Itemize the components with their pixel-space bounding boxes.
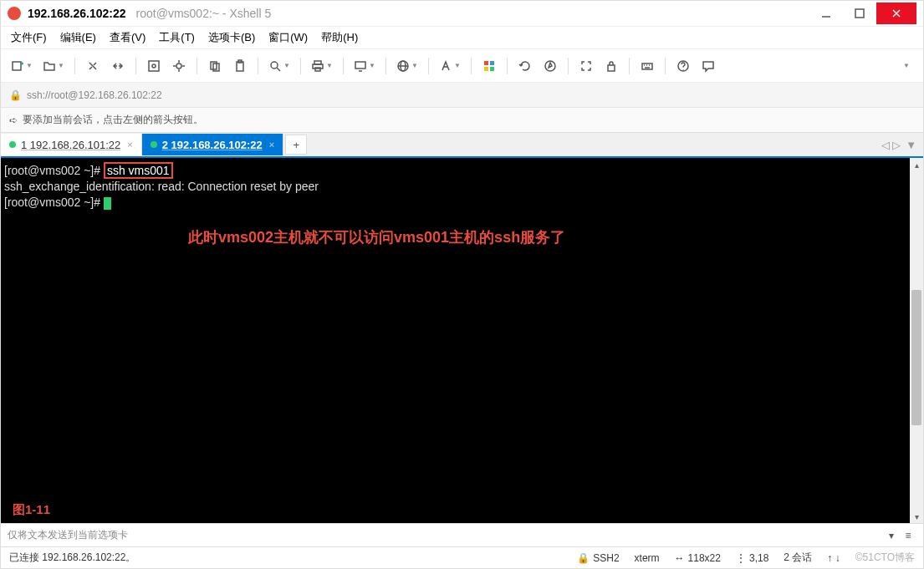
title-session: root@vms002:~ - Xshell 5 <box>136 7 272 20</box>
svg-rect-26 <box>484 67 488 71</box>
font-icon[interactable]: ▼ <box>436 55 464 77</box>
compass-icon[interactable] <box>539 55 561 77</box>
disconnect-icon[interactable] <box>107 55 129 77</box>
cursor-icon <box>104 197 111 210</box>
scroll-down-icon[interactable]: ▾ <box>910 510 923 523</box>
term-line2: ssh_exchange_identification: read: Conne… <box>4 179 906 195</box>
tab-add-button[interactable]: + <box>285 135 307 155</box>
maximize-button[interactable] <box>843 3 876 23</box>
app-window: 192.168.26.102:22 root@vms002:~ - Xshell… <box>0 0 924 569</box>
copy-icon[interactable] <box>204 55 226 77</box>
titlebar: 192.168.26.102:22 root@vms002:~ - Xshell… <box>1 1 923 26</box>
svg-rect-7 <box>149 61 159 71</box>
scroll-thumb[interactable] <box>911 290 921 425</box>
annotation-text: 此时vms002主机就不可以访问vms001主机的ssh服务了 <box>4 211 906 247</box>
terminal-wrap: [root@vms002 ~]# ssh vms001 ssh_exchange… <box>1 158 923 523</box>
status-proto: 🔒 SSH2 <box>577 552 619 564</box>
send-input[interactable]: 仅将文本发送到当前选项卡 <box>8 528 883 542</box>
color-icon[interactable] <box>478 55 500 77</box>
tab1-close-icon[interactable]: × <box>127 140 132 150</box>
svg-rect-30 <box>642 64 652 69</box>
status-size: ↔ 118x22 <box>675 552 721 564</box>
watermark: ©51CTO博客 <box>855 551 915 565</box>
tab1-label: 192.168.26.101:22 <box>30 139 120 151</box>
status-term: xterm <box>635 552 660 564</box>
term-line1-prompt: [root@vms002 ~]# <box>4 164 104 177</box>
menu-edit[interactable]: 编辑(E) <box>54 27 103 48</box>
scroll-up-icon[interactable]: ▴ <box>910 158 923 171</box>
svg-rect-24 <box>484 61 488 65</box>
svg-rect-19 <box>355 62 365 69</box>
tab2-close-icon[interactable]: × <box>269 140 274 150</box>
settings-icon[interactable] <box>168 55 190 77</box>
status-pos: ⋮ 3,18 <box>736 552 768 564</box>
input-menu-icon[interactable]: ≡ <box>900 530 916 541</box>
tab-nav-icon[interactable]: ◁ ▷ <box>881 139 901 151</box>
term-line1-cmd: ssh vms001 <box>104 162 173 179</box>
tabbar: 1 192.168.26.101:22 × 2 192.168.26.102:2… <box>1 133 923 158</box>
tab2-label: 192.168.26.102:22 <box>171 139 263 151</box>
status-connected: 已连接 192.168.26.102:22。 <box>9 551 135 565</box>
svg-rect-25 <box>490 61 494 65</box>
session-tab-1[interactable]: 1 192.168.26.101:22 × <box>1 134 142 155</box>
title-host: 192.168.26.102:22 <box>28 7 126 20</box>
svg-line-15 <box>277 68 280 71</box>
addressbar[interactable]: 🔒 ssh://root@192.168.26.102:22 <box>1 83 923 108</box>
svg-rect-1 <box>855 9 864 18</box>
tip-arrow-icon[interactable]: ➪ <box>9 114 18 126</box>
figure-label: 图1-11 <box>13 501 50 518</box>
lock-icon[interactable] <box>600 55 622 77</box>
inputbar: 仅将文本发送到当前选项卡 ▾ ≡ <box>1 523 923 546</box>
svg-point-8 <box>152 64 156 68</box>
status-sessions: 2 会话 <box>784 551 812 565</box>
scroll-track[interactable] <box>910 171 923 510</box>
terminal[interactable]: [root@vms002 ~]# ssh vms001 ssh_exchange… <box>1 158 910 523</box>
tab1-status-dot-icon <box>9 141 16 148</box>
menu-file[interactable]: 文件(F) <box>4 27 54 48</box>
menu-view[interactable]: 查看(V) <box>103 27 152 48</box>
find-icon[interactable]: ▼ <box>265 55 294 77</box>
screen-icon[interactable]: ▼ <box>350 55 379 77</box>
app-icon <box>8 7 21 20</box>
input-dropdown-icon[interactable]: ▾ <box>883 530 900 541</box>
menubar: 文件(F) 编辑(E) 查看(V) 工具(T) 选项卡(B) 窗口(W) 帮助(… <box>1 26 923 49</box>
paste-icon[interactable] <box>229 55 251 77</box>
session-tab-2[interactable]: 2 192.168.26.102:22 × <box>142 134 283 155</box>
toolbar: ▼ ▼ ▼ ▼ ▼ ▼ ▼ ▼ <box>1 49 923 83</box>
close-button[interactable] <box>876 3 916 24</box>
new-session-icon[interactable]: ▼ <box>8 55 36 77</box>
keyboard-icon[interactable] <box>636 55 658 77</box>
svg-rect-4 <box>13 62 21 70</box>
address-url: ssh://root@192.168.26.102:22 <box>27 89 162 101</box>
tipbar: ➪ 要添加当前会话，点击左侧的箭头按钮。 <box>1 108 923 133</box>
svg-rect-18 <box>315 68 320 71</box>
tab2-status-dot-icon <box>151 141 157 148</box>
menu-tabs[interactable]: 选项卡(B) <box>202 27 262 48</box>
feedback-icon[interactable] <box>697 55 719 77</box>
fullscreen-icon[interactable] <box>575 55 597 77</box>
statusbar: 已连接 192.168.26.102:22。 🔒 SSH2 xterm ↔ 11… <box>1 546 923 568</box>
minimize-button[interactable] <box>809 3 843 23</box>
tab-menu-icon[interactable]: ▼ <box>906 139 916 151</box>
reconnect-icon[interactable] <box>82 55 104 77</box>
toolbar-overflow-icon[interactable]: ▼ <box>895 55 916 77</box>
svg-rect-29 <box>608 65 615 71</box>
globe-icon[interactable]: ▼ <box>393 55 421 77</box>
help-icon[interactable] <box>672 55 694 77</box>
tip-text: 要添加当前会话，点击左侧的箭头按钮。 <box>23 113 203 127</box>
address-lock-icon: 🔒 <box>9 89 22 101</box>
print-icon[interactable]: ▼ <box>308 55 336 77</box>
svg-point-9 <box>176 64 181 69</box>
properties-icon[interactable] <box>143 55 165 77</box>
status-updown-icon[interactable]: ↑ ↓ <box>827 552 840 564</box>
svg-point-14 <box>271 62 278 69</box>
menu-help[interactable]: 帮助(H) <box>314 27 365 48</box>
open-icon[interactable]: ▼ <box>39 55 68 77</box>
vertical-scrollbar[interactable]: ▴ ▾ <box>910 158 923 523</box>
svg-rect-27 <box>490 67 494 71</box>
menu-window[interactable]: 窗口(W) <box>262 27 314 48</box>
term-line3-prompt: [root@vms002 ~]# <box>4 196 104 209</box>
refresh-icon[interactable] <box>514 55 536 77</box>
menu-tools[interactable]: 工具(T) <box>152 27 202 48</box>
